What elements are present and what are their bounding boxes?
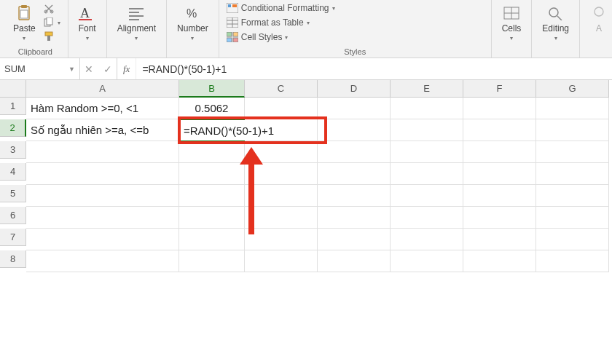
cell-D6[interactable] xyxy=(318,207,391,229)
editing-button[interactable]: Editing ▾ xyxy=(539,3,572,43)
cell-F2[interactable] xyxy=(463,119,536,141)
col-header-C[interactable]: C xyxy=(245,80,318,98)
format-as-table-button[interactable]: Format as Table ▾ xyxy=(227,17,335,28)
cell-E4[interactable] xyxy=(391,163,463,185)
chevron-down-icon: ▾ xyxy=(58,20,60,26)
alignment-button[interactable]: Alignment ▾ xyxy=(114,3,159,43)
cell-B1[interactable]: 0.5062 xyxy=(179,98,245,119)
cell-F5[interactable] xyxy=(463,185,536,207)
fx-label[interactable]: fx xyxy=(117,58,136,79)
cell-B7[interactable] xyxy=(179,229,245,250)
cut-icon[interactable] xyxy=(43,3,60,15)
cell-C7[interactable] xyxy=(245,229,318,250)
cell-E3[interactable] xyxy=(391,141,463,163)
col-header-G[interactable]: G xyxy=(536,80,609,98)
cell-E5[interactable] xyxy=(391,185,463,207)
cell-B4[interactable] xyxy=(179,163,245,185)
cell-D4[interactable] xyxy=(318,163,391,185)
group-label-clipboard: Clipboard xyxy=(18,47,52,56)
overflow-button[interactable]: A xyxy=(587,3,611,35)
cell-F7[interactable] xyxy=(463,229,536,250)
cell-A7[interactable] xyxy=(26,229,179,250)
cells-button[interactable]: Cells ▾ xyxy=(499,3,525,43)
copy-button[interactable]: ▾ xyxy=(43,17,60,28)
chevron-down-icon: ▾ xyxy=(86,35,89,41)
font-button[interactable]: A Font ▾ xyxy=(76,3,99,43)
cell-A2[interactable]: Số ngẫu nhiên >=a, <=b xyxy=(26,119,179,141)
paste-label: Paste xyxy=(13,23,36,33)
cell-G7[interactable] xyxy=(536,229,609,250)
cell-A5[interactable] xyxy=(26,185,179,207)
cell-D7[interactable] xyxy=(318,229,391,250)
cell-E6[interactable] xyxy=(391,207,463,229)
cell-A6[interactable] xyxy=(26,207,179,229)
name-box[interactable]: SUM ▼ xyxy=(0,58,80,79)
paste-button[interactable]: Paste ▾ xyxy=(10,3,39,43)
row-header-3[interactable]: 3 xyxy=(0,141,26,159)
ribbon-group-font: A Font ▾ xyxy=(68,0,107,58)
format-painter-icon[interactable] xyxy=(43,31,60,42)
cell-D8[interactable] xyxy=(318,250,391,272)
cell-F3[interactable] xyxy=(463,141,536,163)
cell-A3[interactable] xyxy=(26,141,179,163)
cell-C4[interactable] xyxy=(245,163,318,185)
row-header-6[interactable]: 6 xyxy=(0,207,26,224)
cell-B3[interactable] xyxy=(179,141,245,163)
cell-D5[interactable] xyxy=(318,185,391,207)
cell-F6[interactable] xyxy=(463,207,536,229)
cell-D2[interactable] xyxy=(318,119,391,141)
col-header-B[interactable]: B xyxy=(179,80,245,98)
conditional-formatting-button[interactable]: Conditional Formatting ▾ xyxy=(227,3,335,13)
cell-A1[interactable]: Hàm Random >=0, <1 xyxy=(26,98,179,119)
cell-G6[interactable] xyxy=(536,207,609,229)
cell-E7[interactable] xyxy=(391,229,463,250)
enter-icon[interactable]: ✓ xyxy=(103,63,112,75)
cells-label: Cells xyxy=(502,23,522,33)
number-button[interactable]: % Number ▾ xyxy=(174,3,211,43)
cell-B5[interactable] xyxy=(179,185,245,207)
cell-C5[interactable] xyxy=(245,185,318,207)
cell-F1[interactable] xyxy=(463,98,536,119)
cancel-icon[interactable]: ✕ xyxy=(85,63,93,75)
cell-styles-button[interactable]: Cell Styles ▾ xyxy=(227,32,335,42)
worksheet[interactable]: A B C D E F G 1 Hàm Random >=0, <1 0.506… xyxy=(0,80,612,272)
select-all-corner[interactable] xyxy=(0,80,26,98)
col-header-F[interactable]: F xyxy=(463,80,536,98)
cell-D3[interactable] xyxy=(318,141,391,163)
formula-input[interactable]: =RAND()*(50-1)+1 xyxy=(136,58,612,79)
cell-B6[interactable] xyxy=(179,207,245,229)
magnifier-icon xyxy=(547,4,565,22)
cell-F4[interactable] xyxy=(463,163,536,185)
cell-G1[interactable] xyxy=(536,98,609,119)
col-header-D[interactable]: D xyxy=(318,80,391,98)
cell-A4[interactable] xyxy=(26,163,179,185)
cell-C6[interactable] xyxy=(245,207,318,229)
cell-G2[interactable] xyxy=(536,119,609,141)
cell-B8[interactable] xyxy=(179,250,245,272)
cell-G8[interactable] xyxy=(536,250,609,272)
row-header-7[interactable]: 7 xyxy=(0,229,26,246)
chevron-down-icon: ▾ xyxy=(191,35,194,41)
cell-C3[interactable] xyxy=(245,141,318,163)
cell-A8[interactable] xyxy=(26,250,179,272)
row-header-1[interactable]: 1 xyxy=(0,98,26,115)
row-header-8[interactable]: 8 xyxy=(0,250,26,268)
row-header-2[interactable]: 2 xyxy=(0,119,26,137)
cell-E2[interactable] xyxy=(391,119,463,141)
chevron-down-icon: ▾ xyxy=(332,5,335,12)
cell-G4[interactable] xyxy=(536,163,609,185)
cell-G5[interactable] xyxy=(536,185,609,207)
font-label: Font xyxy=(79,23,96,33)
cell-G3[interactable] xyxy=(536,141,609,163)
col-header-A[interactable]: A xyxy=(26,80,179,98)
col-header-E[interactable]: E xyxy=(391,80,463,98)
cell-F8[interactable] xyxy=(463,250,536,272)
cell-C1[interactable] xyxy=(245,98,318,119)
row-header-5[interactable]: 5 xyxy=(0,185,26,202)
cell-C8[interactable] xyxy=(245,250,318,272)
row-header-4[interactable]: 4 xyxy=(0,163,26,181)
formula-text: =RAND()*(50-1)+1 xyxy=(142,63,227,75)
cell-E8[interactable] xyxy=(391,250,463,272)
cell-E1[interactable] xyxy=(391,98,463,119)
cell-D1[interactable] xyxy=(318,98,391,119)
